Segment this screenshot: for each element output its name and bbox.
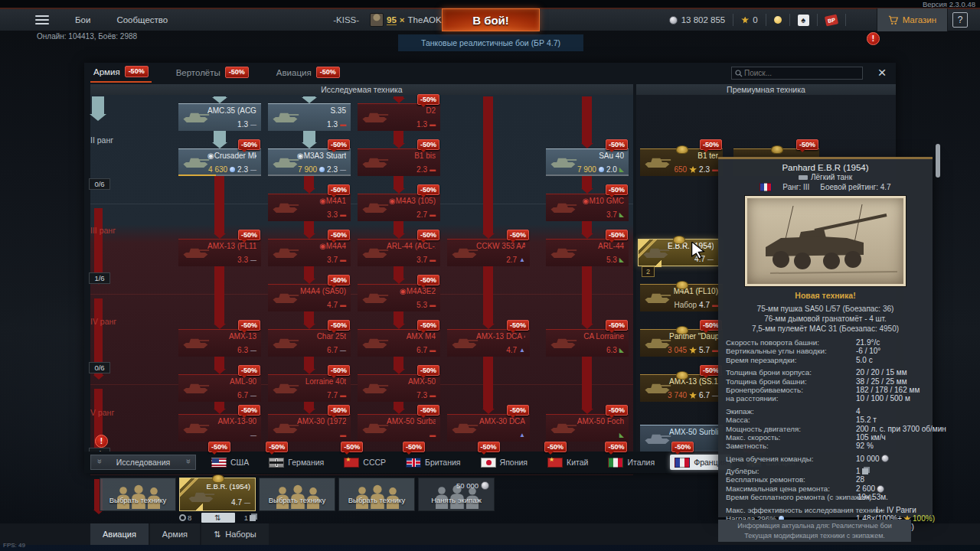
- research-overview-button[interactable]: « Исследования «: [90, 455, 196, 470]
- menu-item-community[interactable]: Сообщество: [116, 15, 168, 24]
- tree-vehicle-card[interactable]: -50%◉M10 GMC3.7◣: [546, 194, 629, 221]
- research-notification-icon[interactable]: !: [95, 435, 108, 448]
- tree-vehicle-card[interactable]: -50%AMX-13-90—: [178, 414, 261, 442]
- tree-vehicle-card[interactable]: -50%AMX-50 Surbaissé▬: [358, 414, 440, 442]
- nation-tab-uk[interactable]: -50%Британия: [401, 455, 465, 470]
- bottom-tab-Наборы[interactable]: ⇅Наборы: [201, 523, 269, 545]
- nation-tab-germany[interactable]: -50%Германия: [264, 455, 328, 470]
- battle-rating: 3.7: [416, 256, 427, 264]
- tree-vehicle-card[interactable]: -50%AMX-30 (1972)▬: [268, 414, 351, 442]
- crew-slot-2[interactable]: E.B.R. (1954)4.7—: [179, 478, 256, 511]
- crew-slot-1[interactable]: Выбрать технику: [100, 478, 176, 511]
- tree-vehicle-card[interactable]: -50%◉M4A13.3▬: [268, 194, 351, 221]
- tree-vehicle-card[interactable]: -50%AMX-507.3▬: [358, 374, 440, 402]
- tree-connector-arrow: [483, 357, 493, 409]
- nation-tab-china[interactable]: -50%Китай: [543, 455, 593, 470]
- silver-lions-balance[interactable]: 13 802 855: [669, 15, 726, 24]
- tree-vehicle-card[interactable]: -50%Lorraine 40t7.7▬: [268, 374, 351, 402]
- bottom-tab-Армия[interactable]: Армия: [150, 523, 200, 545]
- tree-vehicle-card[interactable]: -50%AMX M46.7▬: [358, 329, 440, 357]
- bottom-tab-Авиация[interactable]: Авиация: [90, 523, 149, 545]
- tree-vehicle-card[interactable]: AMC.35 (ACG.1)1.3—: [178, 103, 261, 131]
- tree-vehicle-card[interactable]: -50%ARL-445.3◣: [546, 239, 629, 266]
- nation-tab-japan[interactable]: -50%Япония: [476, 455, 532, 470]
- tree-vehicle-card[interactable]: -50%AMX-30 DCA▲: [447, 414, 530, 442]
- vehicle-class-icon: ▬: [430, 121, 436, 129]
- nation-tab-italy[interactable]: -50%Италия: [603, 455, 659, 470]
- armament-list: 75-мм пушка SA50 L/57 (Боезапас: 36)76-м…: [718, 304, 933, 334]
- crew-slot-4[interactable]: Выбрать технику: [338, 478, 415, 511]
- tree-vehicle-card[interactable]: -50%AML-906.7—: [178, 374, 261, 402]
- battle-rating: 3.7: [606, 210, 617, 219]
- battle-mode-banner[interactable]: Танковые реалистичные бои (БР 4.7): [398, 34, 583, 51]
- hamburger-menu-icon[interactable]: [35, 15, 49, 24]
- vehicle-class-icon: ▬: [340, 302, 346, 309]
- vehicle-price: 3 045: [668, 346, 687, 354]
- menu-item-battles[interactable]: Бои: [75, 15, 90, 24]
- vehicle-name: AMX-13: [207, 332, 256, 341]
- tree-connector-arrow: [214, 96, 226, 99]
- vehicle-name: B1 ter: [669, 152, 718, 160]
- help-button[interactable]: ?: [952, 12, 968, 28]
- tree-vehicle-card[interactable]: -50%B1 bis2.3▬: [358, 148, 440, 176]
- premium-vehicle-card[interactable]: -50%B1 ter6502.3▬: [640, 148, 723, 176]
- vehicle-price: 4 630: [208, 165, 227, 174]
- tree-vehicle-card[interactable]: -50%AMX-13 DCA 404.7▲: [447, 329, 530, 357]
- tree-vehicle-card[interactable]: -50%SAu 407 9002.0◣: [546, 148, 629, 176]
- tree-connector-arrow: [394, 311, 403, 324]
- premium-vehicle-card[interactable]: -50%AMX-13 (SS.11)3 7406.7—: [640, 374, 723, 402]
- crew-slot-5[interactable]: 50 000Нанять экипаж: [418, 478, 495, 511]
- tab-Армия[interactable]: Армия-50%: [90, 64, 152, 83]
- tree-vehicle-card[interactable]: -50%M4A4 (SA50)4.7▬: [268, 284, 351, 311]
- tree-vehicle-card[interactable]: -50%◉Crusader Mk.II4 6302.3—: [178, 148, 261, 176]
- vehicle-thumb-icon: [548, 420, 577, 435]
- search-box[interactable]: [731, 67, 863, 80]
- battle-rating: 2.7: [506, 256, 517, 264]
- to-battle-button[interactable]: В бой!: [442, 8, 540, 31]
- discount-badge: -50%: [417, 94, 439, 105]
- tree-vehicle-card[interactable]: -50%AMX-50 Foch◣: [546, 414, 629, 442]
- scrollbar-thumb[interactable]: [936, 144, 940, 178]
- stat-row: Бронепробиваемость:182 / 178 / 162 мм: [726, 386, 933, 394]
- tree-vehicle-card[interactable]: -50%AMX-13 (FL11)3.3—: [178, 239, 261, 266]
- rank-label: III ранг: [90, 226, 116, 235]
- spade-battlepass-icon[interactable]: ♠: [798, 15, 809, 26]
- tree-vehicle-card[interactable]: -50%Char 25t6.7—: [268, 329, 351, 357]
- tree-vehicle-card[interactable]: -50%◉M4A3 (105)2.7▬: [358, 194, 440, 221]
- tree-vehicle-card[interactable]: S.351.3▬: [268, 103, 351, 131]
- bp-ticket-icon[interactable]: BP: [824, 14, 838, 26]
- research-bulb-icon: [319, 167, 325, 172]
- golden-eagles-balance[interactable]: 0: [741, 15, 757, 24]
- swap-vehicle-button[interactable]: ⇅: [201, 513, 235, 523]
- shop-notification-icon[interactable]: !: [867, 32, 880, 45]
- vehicle-tooltip: Panhard E.B.R (1954) Лёгкий танк Ранг: I…: [718, 157, 933, 517]
- premium-eagle-icon: [673, 236, 685, 244]
- clan-tag[interactable]: -KISS-: [333, 15, 359, 24]
- tree-connector-arrow: [304, 311, 314, 324]
- premium-vehicle-card[interactable]: -50%Panther "Dauphiné"3 0455.7▬: [640, 329, 723, 357]
- premium-vehicle-card[interactable]: E.B.R. (1954)4.7—2: [638, 239, 719, 266]
- tree-vehicle-card[interactable]: -50%ARL-44 (ACL-1)3.7▬: [358, 239, 440, 266]
- tree-vehicle-card[interactable]: -50%AMX-136.3—: [178, 329, 261, 357]
- tree-vehicle-card[interactable]: -50%D21.3▬: [358, 103, 440, 131]
- nation-tab-usa[interactable]: -50%США: [207, 455, 253, 470]
- tab-Авиация[interactable]: Авиация-50%: [273, 64, 343, 83]
- close-icon[interactable]: ×: [873, 64, 891, 82]
- search-input[interactable]: [743, 68, 859, 78]
- vehicle-price: 650: [674, 165, 687, 174]
- shop-button[interactable]: Магазин: [877, 8, 948, 31]
- research-bulb-icon[interactable]: [774, 16, 782, 24]
- discount-badge: -50%: [328, 320, 350, 331]
- premium-vehicle-card[interactable]: M4A1 (FL10)Набор4.7▬: [640, 284, 723, 311]
- nation-tab-ussr[interactable]: -50%СССР: [339, 455, 390, 470]
- tree-vehicle-card[interactable]: -50%◉M4A3E25.3▬: [358, 284, 440, 311]
- silver-lion-icon: [669, 16, 678, 24]
- tab-Вертолёты[interactable]: Вертолёты-50%: [173, 64, 252, 83]
- tree-vehicle-card[interactable]: -50%◉M4A43.7▬: [268, 239, 351, 266]
- hire-price: 50 000: [456, 481, 489, 490]
- crew-slot-3[interactable]: Выбрать технику: [259, 478, 335, 511]
- tree-vehicle-card[interactable]: -50%CA Lorraine6.3◣: [546, 329, 629, 357]
- player-avatar[interactable]: [370, 13, 384, 27]
- tree-vehicle-card[interactable]: -50%◉M3A3 Stuart7 9002.3—: [268, 148, 351, 176]
- tree-vehicle-card[interactable]: -50%CCKW 353 AA2.7▲: [447, 239, 530, 266]
